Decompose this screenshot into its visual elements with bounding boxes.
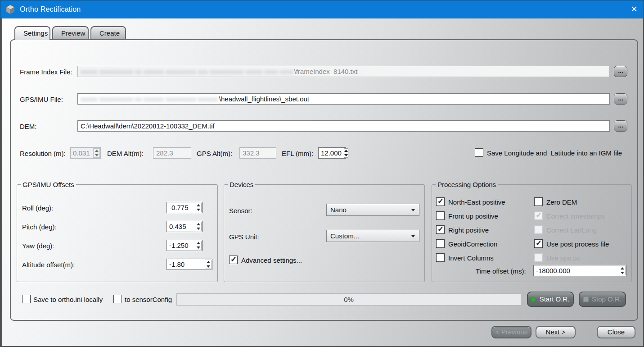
settings-tab-panel (10, 39, 638, 321)
tab-settings[interactable]: Settings (14, 26, 50, 40)
app-cube-icon (5, 4, 16, 15)
window-title: Ortho Rectification (20, 5, 81, 14)
ortho-rectification-dialog: Ortho Rectification × Settings Preview C… (0, 0, 644, 347)
close-button[interactable]: Close (597, 326, 635, 338)
tab-preview[interactable]: Preview (52, 26, 89, 39)
title-bar: Ortho Rectification × (0, 0, 644, 18)
dialog-body: Settings Preview Create Frame Index File… (0, 18, 644, 347)
close-window-button[interactable]: × (624, 0, 644, 18)
next-button[interactable]: Next > (536, 326, 576, 338)
previous-button: < Previous (491, 326, 531, 338)
tab-create[interactable]: Create (90, 26, 126, 39)
